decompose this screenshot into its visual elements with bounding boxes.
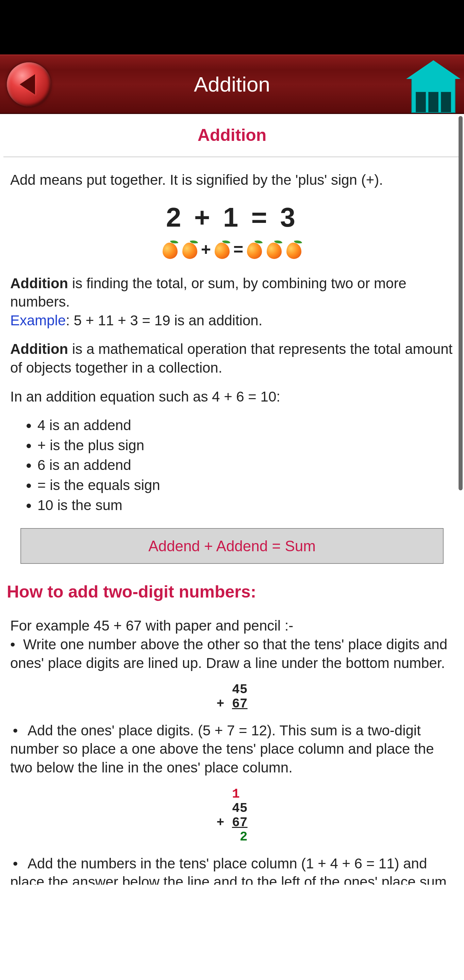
mango-icon (181, 240, 198, 259)
mango-icon (246, 240, 263, 259)
definition-text: Addition is finding the total, or sum, b… (10, 274, 454, 330)
list-item: = is the equals sign (37, 476, 454, 495)
divider (3, 156, 461, 157)
column-math-2: 1 45 + 67 2 (10, 787, 454, 844)
page-title: Addition (10, 124, 454, 146)
section-heading: How to add two-digit numbers: (7, 581, 454, 603)
equals-sign: = (234, 239, 243, 261)
list-item: 4 is an addend (37, 416, 454, 435)
back-button[interactable] (7, 62, 51, 107)
scrollbar[interactable] (459, 116, 462, 490)
list-item: 6 is an addend (37, 456, 454, 475)
content-area[interactable]: Addition Add means put together. It is s… (0, 114, 464, 885)
column-math-1: 45 + 67 (10, 682, 454, 711)
home-button[interactable] (406, 60, 461, 116)
status-bar (0, 0, 464, 54)
back-arrow-icon (20, 74, 35, 95)
step-3: • Add the numbers in the tens' place col… (10, 854, 454, 885)
app-header: Addition (0, 54, 464, 114)
step-2: • Add the ones' place digits. (5 + 7 = 1… (10, 721, 454, 777)
equation-parts-list: 4 is an addend + is the plus sign 6 is a… (10, 416, 454, 514)
formula-box: Addend + Addend = Sum (21, 528, 443, 564)
list-item: 10 is the sum (37, 496, 454, 515)
operation-text: Addition is a mathematical operation tha… (10, 340, 454, 377)
equation-parts-intro: In an addition equation such as 4 + 6 = … (10, 388, 454, 406)
navigation-bar-area (0, 885, 464, 980)
mango-icon (285, 240, 302, 259)
mango-illustration: + = (10, 239, 454, 261)
mango-icon (214, 240, 230, 259)
list-item: + is the plus sign (37, 436, 454, 455)
main-equation: 2 + 1 = 3 (10, 200, 454, 235)
intro-text: Add means put together. It is signified … (10, 171, 454, 189)
plus-sign: + (201, 239, 211, 261)
header-title: Addition (194, 72, 270, 96)
mango-icon (266, 240, 283, 259)
home-icon (406, 60, 461, 79)
step-intro: For example 45 + 67 with paper and penci… (10, 617, 454, 672)
mango-icon (162, 240, 179, 259)
